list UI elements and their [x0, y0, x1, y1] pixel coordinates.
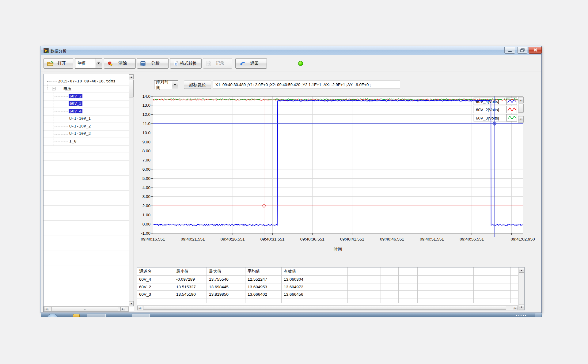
- close-button[interactable]: [529, 47, 542, 54]
- app-window: 数据分析 打开单幅 清除: [41, 46, 542, 313]
- time-mode-value: 绝对时间: [154, 79, 172, 90]
- cursor-reset-label: 游标复位: [184, 82, 211, 88]
- dropdown-arrow-icon[interactable]: [96, 59, 102, 68]
- titlebar[interactable]: 数据分析: [41, 46, 541, 55]
- tree-vscroll-thumb[interactable]: [129, 80, 134, 97]
- format-convert-button[interactable]: 格式转换: [170, 58, 202, 69]
- analyze-label: 分析: [146, 61, 168, 66]
- waveform-graph[interactable]: 60V_4[Volts]60V_2[Volts]60V_3[Volts]14.0…: [135, 92, 540, 255]
- tree-item-U-I-10V_1[interactable]: U-I-10V_1: [69, 116, 91, 121]
- show-desktop-button[interactable]: [535, 313, 541, 317]
- stats-cell: [474, 283, 492, 291]
- tree-connector: [54, 104, 68, 104]
- stats-cell: [399, 276, 418, 283]
- tree-row-empty: [44, 176, 129, 183]
- record-button[interactable]: 记录: [203, 58, 232, 69]
- minimize-button[interactable]: [504, 47, 515, 54]
- tree-item-U-I-10V_3[interactable]: U-I-10V_3: [69, 131, 91, 136]
- taskbar-button-active[interactable]: [132, 314, 150, 317]
- stats-cell: [245, 298, 282, 303]
- tree-row-empty: [44, 221, 129, 228]
- table-hscrollbar[interactable]: ◄ ►: [137, 305, 518, 310]
- stats-cell: [436, 283, 455, 291]
- minimize-icon: [505, 47, 515, 53]
- stats-cell: [348, 283, 381, 291]
- back-label: 返回: [245, 61, 267, 66]
- scroll-left-icon[interactable]: ◄: [44, 307, 49, 311]
- taskbar[interactable]: [41, 313, 542, 317]
- scroll-right-icon[interactable]: ►: [513, 306, 518, 310]
- taskbar-folder-icon[interactable]: [73, 314, 80, 317]
- tree-connector: [54, 142, 68, 142]
- channel-tree[interactable]: 2015-07-10 09-40-16.tdms电压60V_260V_360V_…: [43, 74, 134, 312]
- stats-cell: [436, 276, 455, 283]
- window-title: 数据分析: [51, 48, 66, 54]
- scroll-down-icon[interactable]: ▼: [519, 305, 524, 309]
- scroll-up-icon[interactable]: ▲: [519, 268, 524, 273]
- tree-hscrollbar[interactable]: ◄ ☰ ►: [44, 306, 129, 312]
- time-mode-combo[interactable]: 绝对时间: [154, 80, 178, 89]
- tree-item-60V_4[interactable]: 60V_4: [69, 109, 82, 113]
- legend-scrollbar[interactable]: ▲ ▼: [518, 97, 524, 123]
- clear-label: 清除: [113, 61, 135, 66]
- tree-vscrollbar[interactable]: ▲ ▼: [129, 74, 134, 306]
- tree-item-2015-07-10-09-40-16-tdms[interactable]: 2015-07-10 09-40-16.tdms: [58, 79, 116, 83]
- stats-cell: 13.819850: [207, 291, 245, 298]
- tree-row-empty: [44, 183, 129, 191]
- x-tick-label: 09:40:46.551: [380, 237, 404, 241]
- scroll-up-icon[interactable]: ▲: [518, 97, 524, 103]
- analyze-button[interactable]: 分析: [137, 58, 169, 69]
- stats-cell: [348, 291, 381, 298]
- tree-row-empty: [44, 266, 129, 273]
- tree-row-empty: [44, 258, 129, 266]
- y-tick-label: 1.00: [142, 213, 150, 217]
- open-label: 打开: [54, 61, 73, 66]
- scroll-down-icon[interactable]: ▼: [129, 301, 134, 306]
- table-vscrollbar[interactable]: ▲ ▼: [518, 267, 524, 310]
- tree-row-empty: [44, 198, 129, 206]
- start-button[interactable]: [47, 314, 58, 317]
- tree-row[interactable]: 电压: [44, 85, 129, 93]
- taskbar-button[interactable]: [87, 314, 106, 317]
- stats-cell: [418, 276, 436, 283]
- format-convert-label: 格式转换: [179, 61, 201, 66]
- stats-cell: -0.097289: [174, 276, 207, 283]
- tree-row-empty: [44, 243, 129, 251]
- tree-item-I_8[interactable]: I_8: [69, 139, 76, 143]
- y-tick-label: 9.00: [142, 140, 150, 144]
- x-tick-label: 09:40:26.551: [221, 237, 245, 241]
- clear-button[interactable]: 清除: [104, 58, 136, 69]
- scroll-left-icon[interactable]: ◄: [137, 306, 142, 310]
- x-tick-label: 09:40:36.551: [300, 237, 324, 241]
- tree-row-empty: [44, 273, 129, 281]
- scroll-right-icon[interactable]: ►: [120, 307, 125, 311]
- tree-hscroll-thumb[interactable]: ☰: [51, 307, 118, 311]
- x-tick-label: 09:40:31.551: [260, 237, 285, 241]
- stats-cell: 13.604972: [282, 283, 315, 291]
- y-tick-label: 4.00: [142, 185, 150, 190]
- cursor-reset-button[interactable]: 游标复位: [184, 81, 211, 89]
- legend-scroll-thumb[interactable]: [518, 104, 524, 113]
- stats-cell: 13.060304: [282, 276, 315, 283]
- tree-item-60V_3[interactable]: 60V_3: [69, 101, 82, 106]
- stats-cell: [381, 291, 399, 298]
- stats-cell: [511, 298, 518, 303]
- scroll-down-icon[interactable]: ▼: [518, 116, 524, 122]
- tree-expander-icon[interactable]: [46, 80, 49, 83]
- scroll-up-icon[interactable]: ▲: [129, 74, 134, 79]
- y-tick-label: 13.0: [142, 103, 150, 108]
- stats-header-cell: [511, 267, 518, 276]
- tree-item-60V_2[interactable]: 60V_2: [69, 94, 82, 98]
- restore-button[interactable]: [517, 47, 527, 54]
- table-hscroll-thumb[interactable]: [143, 306, 506, 310]
- toolbar-separator: [41, 71, 541, 71]
- tree-item-U-I-10V_2[interactable]: U-I-10V_2: [69, 124, 91, 128]
- plot-area[interactable]: [153, 96, 523, 233]
- display-mode-combo[interactable]: 单幅: [75, 58, 102, 69]
- back-button[interactable]: 返回: [235, 58, 267, 69]
- cursor-readout: X1: 09:40:30.489 ;Y1: 2.0E+0 ;X2: 09:40:…: [213, 81, 400, 89]
- dropdown-arrow-icon[interactable]: [172, 81, 178, 89]
- open-button[interactable]: 打开: [44, 58, 73, 69]
- tree-expander-icon[interactable]: [52, 87, 55, 90]
- tree-item--[interactable]: 电压: [63, 86, 71, 92]
